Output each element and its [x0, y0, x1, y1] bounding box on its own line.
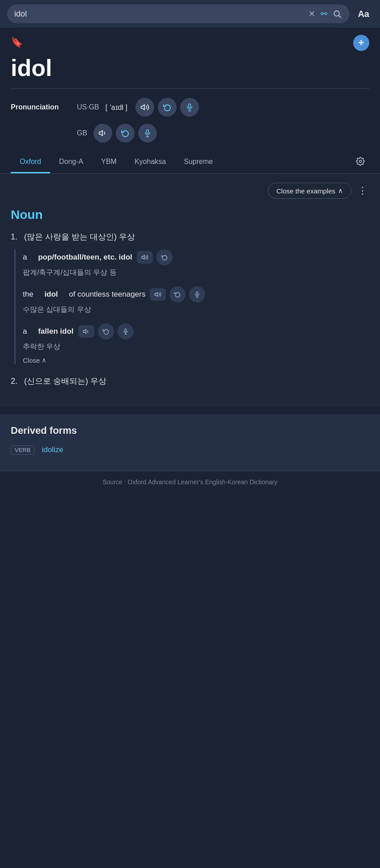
example-sentence-1-3: a fallen idol: [23, 323, 369, 340]
definition-header-1: 1. (많은 사랑을 받는 대상인) 우상: [11, 231, 369, 243]
example-prefix-1-1: a: [23, 253, 27, 262]
pronunciation-ipa: [ ˈaɪdl ]: [106, 103, 127, 112]
example-btns-1-3: [78, 323, 134, 340]
example-translation-1-1: 팝계/축구계/십대들의 우상 등: [23, 268, 369, 277]
mic-button-usgb[interactable]: [180, 98, 199, 117]
example-item-1-2: the idol of countless teenagers: [23, 286, 369, 314]
repeat-btn-example-1-2[interactable]: [169, 286, 186, 302]
speaker-btn-example-1-2[interactable]: [150, 288, 166, 301]
speaker-button-usgb[interactable]: [135, 98, 154, 117]
definition-text-1: (많은 사랑을 받는 대상인) 우상: [24, 232, 135, 241]
example-prefix-1-3: a: [23, 327, 27, 336]
svg-rect-7: [147, 130, 149, 134]
example-prefix-1-2: the: [23, 290, 34, 299]
repeat-button-usgb[interactable]: [158, 98, 177, 117]
add-button[interactable]: +: [353, 35, 369, 51]
example-bold-1-3: fallen idol: [38, 327, 73, 336]
tab-dong-a[interactable]: Dong-A: [50, 151, 92, 173]
svg-point-10: [359, 160, 362, 163]
definition-item-2: 2. (신으로 숭배되는) 우상: [11, 375, 369, 387]
derived-word-1[interactable]: idolize: [42, 445, 63, 454]
tab-kyohaksa[interactable]: Kyohaksa: [126, 151, 175, 173]
svg-marker-2: [141, 105, 145, 110]
definition-number-2: 2.: [11, 377, 17, 386]
example-bold-1-2: idol: [44, 290, 58, 299]
close-label: Close: [23, 356, 40, 364]
svg-rect-3: [189, 104, 191, 108]
pronunciation-buttons-gb: [93, 124, 157, 143]
svg-marker-12: [155, 292, 158, 296]
search-icon[interactable]: [332, 8, 342, 19]
example-translation-1-2: 수많은 십대들의 우상: [23, 305, 369, 314]
chevron-up-icon: ∧: [338, 187, 343, 195]
settings-gear-icon[interactable]: [351, 152, 369, 172]
more-options-button[interactable]: ⋮: [356, 183, 369, 198]
tabs-bar: Oxford Dong-A YBM Kyohaksa Supreme: [0, 151, 380, 174]
repeat-btn-example-1-3[interactable]: [98, 323, 114, 340]
pronunciation-region-usgb: US·GB: [77, 103, 99, 111]
source-footer: Source : Oxford Advanced Learner's Engli…: [0, 471, 380, 493]
header-area: 🔖 +: [0, 28, 380, 55]
content-area: Close the examples ∧ ⋮ Noun 1. (많은 사랑을 받…: [0, 174, 380, 407]
pronunciation-section: Pronunciation US·GB [ ˈaɪdl ]: [0, 89, 380, 151]
example-bold-1-1: pop/football/teen, etc. idol: [38, 253, 132, 262]
tab-oxford[interactable]: Oxford: [11, 151, 50, 173]
close-examples-link[interactable]: Close ∧: [23, 356, 46, 364]
definition-header-2: 2. (신으로 숭배되는) 우상: [11, 375, 369, 387]
definition-text-2: (신으로 숭배되는) 우상: [24, 377, 106, 386]
search-input[interactable]: [14, 9, 304, 19]
clear-icon[interactable]: ✕: [308, 8, 316, 20]
svg-rect-13: [197, 292, 198, 294]
derived-pos-badge-1: VERB: [11, 445, 34, 455]
pronunciation-region-gb: GB: [77, 129, 87, 137]
derived-form-row-1: VERB idolize: [11, 445, 369, 455]
repeat-button-gb[interactable]: [116, 124, 135, 143]
close-examples-label: Close the examples: [276, 187, 335, 195]
pos-noun-label: Noun: [11, 208, 369, 222]
source-text: Source : Oxford Advanced Learner's Engli…: [11, 478, 369, 486]
example-translation-1-3: 추락한 우상: [23, 342, 369, 352]
definition-number-1: 1.: [11, 232, 17, 241]
speaker-btn-example-1-3[interactable]: [78, 325, 94, 338]
search-input-wrapper: ✕ ⚯: [7, 4, 350, 23]
definition-item-1: 1. (많은 사랑을 받는 대상인) 우상 a pop/football/tee…: [11, 231, 369, 365]
pronunciation-gb-row: GB: [75, 124, 369, 143]
close-examples-button[interactable]: Close the examples ∧: [268, 183, 351, 199]
svg-rect-17: [125, 329, 127, 331]
mic-button-gb[interactable]: [138, 124, 157, 143]
repeat-btn-example-1-1[interactable]: [156, 249, 173, 265]
font-size-button[interactable]: Aa: [354, 7, 373, 21]
examples-control-row: Close the examples ∧ ⋮: [11, 183, 369, 199]
svg-marker-16: [83, 329, 86, 333]
pronunciation-buttons-usgb: [135, 98, 199, 117]
example-sentence-1-2: the idol of countless teenagers: [23, 286, 369, 302]
bookmark-icon: 🔖: [11, 37, 23, 48]
svg-marker-11: [142, 255, 144, 259]
examples-container-1: a pop/football/teen, etc. idol: [14, 249, 369, 365]
example-btns-1-2: [150, 286, 205, 302]
tab-supreme[interactable]: Supreme: [175, 151, 222, 173]
tab-ybm[interactable]: YBM: [92, 151, 126, 173]
mic-btn-example-1-3[interactable]: [118, 323, 134, 340]
example-suffix-1-2: of countless teenagers: [69, 290, 145, 299]
close-chevron-icon: ∧: [42, 356, 46, 364]
speaker-btn-example-1-1[interactable]: [137, 251, 153, 264]
derived-forms-section: Derived forms VERB idolize: [0, 414, 380, 471]
word-title: idol: [0, 55, 380, 88]
example-item-1-3: a fallen idol: [23, 323, 369, 365]
svg-marker-6: [99, 130, 103, 136]
svg-line-1: [339, 16, 341, 17]
speaker-button-gb[interactable]: [93, 124, 112, 143]
derived-forms-title: Derived forms: [11, 425, 369, 436]
pronunciation-us-gb-row: Pronunciation US·GB [ ˈaɪdl ]: [11, 98, 369, 117]
pronunciation-label: Pronunciation: [11, 103, 69, 111]
mic-btn-example-1-2[interactable]: [189, 286, 205, 302]
example-btns-1-1: [137, 249, 173, 265]
search-bar: ✕ ⚯ Aa: [0, 0, 380, 28]
example-item-1-1: a pop/football/teen, etc. idol: [23, 249, 369, 277]
svg-point-0: [334, 11, 340, 16]
link-icon[interactable]: ⚯: [320, 8, 328, 20]
example-sentence-1-1: a pop/football/teen, etc. idol: [23, 249, 369, 265]
